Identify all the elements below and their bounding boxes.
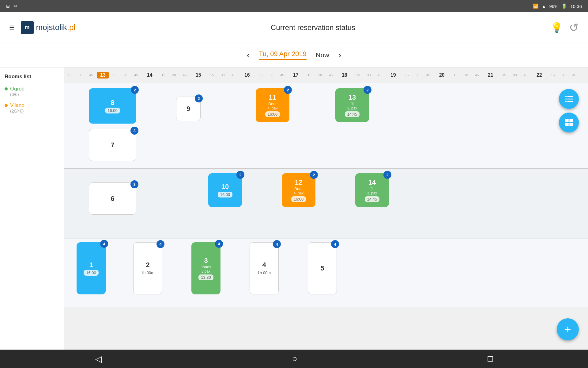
- battery-icon: 🔋: [561, 3, 567, 9]
- svg-rect-9: [569, 123, 573, 126]
- badge-7: 3: [130, 127, 138, 135]
- reservation-14[interactable]: 2 14 Jj 3. pax 14:45: [355, 173, 389, 207]
- timeline-wrapper: 15 30 45 13 15 30 45 14 15 30 45: [64, 67, 588, 350]
- badge-t5: 4: [331, 240, 339, 248]
- fab-container: [559, 83, 579, 132]
- tables-bottom-section: 4 1 16:00 4 2 1h 00m 4: [64, 239, 588, 307]
- svg-rect-1: [567, 96, 572, 97]
- res-time-t2: 1h 00m: [139, 270, 157, 276]
- now-button[interactable]: Now: [316, 51, 329, 59]
- fab-grid-button[interactable]: [559, 113, 579, 132]
- logo: m mojstolik.pl: [21, 21, 76, 34]
- scroll-area: 2 8 16:00 3 7 2 9: [64, 83, 588, 350]
- svg-rect-7: [569, 119, 573, 122]
- badge-t3: 4: [215, 240, 223, 248]
- reservation-8[interactable]: 2 8 16:00: [89, 88, 136, 124]
- res-num-9: 9: [187, 105, 190, 113]
- grid-status-icon: ⊞: [6, 4, 10, 9]
- ogrod-section: 2 8 16:00 3 7 2 9: [64, 83, 588, 169]
- res-name-13: Jj: [351, 102, 353, 106]
- table-4[interactable]: 4 4 1h 00m: [250, 242, 279, 294]
- res-time-t3: 13:30: [198, 274, 213, 280]
- status-bar: ⊞ ✉ 📶 ▲ 96% 🔋 10:36: [0, 0, 588, 12]
- hour-16-label: 16: [239, 72, 255, 78]
- res-num-t1: 1: [89, 261, 93, 269]
- vilano-section-upper: 3 6 2 10 16:00 2 12 Be: [64, 169, 588, 239]
- fab-list-button[interactable]: [559, 89, 579, 109]
- refresh-icon[interactable]: ↺: [569, 21, 579, 34]
- ogrod-capacity: (6/6): [10, 92, 24, 97]
- svg-rect-8: [565, 123, 569, 126]
- table-1[interactable]: 4 1 16:00: [77, 242, 106, 294]
- rooms-list-title: Rooms list: [5, 74, 59, 80]
- res-num-8: 8: [111, 99, 114, 107]
- page-title: Current reservation status: [271, 23, 355, 32]
- reservation-9[interactable]: 2 9: [176, 97, 201, 121]
- sidebar-item-ogrod[interactable]: Ogród (6/6): [5, 86, 59, 97]
- badge-6: 3: [130, 180, 138, 188]
- res-time-t4: 1h 00m: [255, 270, 273, 276]
- badge-10: 2: [236, 171, 244, 179]
- bottom-nav: ◁ ○ □: [0, 350, 588, 368]
- badge-9: 2: [195, 94, 203, 102]
- menu-button[interactable]: ≡: [9, 22, 15, 33]
- rooms-container: 2 8 16:00 3 7 2 9: [64, 83, 588, 350]
- reservation-10[interactable]: 2 10 16:00: [208, 173, 242, 207]
- lightbulb-icon[interactable]: 💡: [551, 22, 563, 33]
- prev-date-button[interactable]: ‹: [247, 50, 250, 60]
- svg-rect-6: [565, 119, 569, 122]
- recent-apps-button[interactable]: □: [488, 354, 493, 364]
- reservation-7[interactable]: 3 7: [89, 129, 136, 161]
- badge-14: 2: [383, 171, 391, 179]
- svg-rect-0: [565, 96, 567, 97]
- badge-13: 2: [364, 86, 371, 94]
- fab-add-button[interactable]: +: [557, 318, 579, 340]
- date-navigation: ‹ Tu, 09 Apr 2019 Now ›: [0, 43, 588, 67]
- res-num-10: 10: [221, 183, 229, 191]
- header-left: ≡ m mojstolik.pl: [9, 21, 75, 34]
- reservation-11[interactable]: 2 11 Bear 4. pax 16:00: [256, 88, 289, 122]
- table-5[interactable]: 4 5: [308, 242, 337, 294]
- badge-12: 2: [310, 171, 318, 179]
- reservation-13[interactable]: 2 13 Jj 3. pax 14:45: [335, 88, 369, 122]
- reservation-6[interactable]: 3 6: [89, 182, 136, 215]
- sub-30-13: 30: [75, 73, 86, 77]
- res-info-t3: 3 pax: [202, 269, 210, 274]
- table-3[interactable]: 4 3 Jones 3 pax 13:30: [191, 242, 221, 294]
- content-wrapper: Rooms list Ogród (6/6) Vilano (20/40): [0, 67, 588, 350]
- hour-18-label: 18: [337, 72, 352, 78]
- res-num-t2: 2: [146, 261, 149, 269]
- vilano-dot: [5, 104, 8, 107]
- header-right: 💡 ↺: [551, 21, 579, 34]
- status-bar-left: ⊞ ✉: [6, 4, 17, 9]
- next-date-button[interactable]: ›: [338, 50, 341, 60]
- res-num-t3: 3: [204, 257, 208, 265]
- res-name-t3: Jones: [201, 265, 211, 269]
- res-info-12: 4. pax: [294, 191, 304, 195]
- battery-level: 96%: [549, 4, 558, 9]
- hour-21-label: 21: [483, 72, 498, 78]
- sub-15-13: 15: [64, 73, 75, 77]
- table-2[interactable]: 4 2 1h 00m: [133, 242, 162, 294]
- back-button[interactable]: ◁: [95, 354, 102, 364]
- vilano-name: Vilano: [10, 102, 24, 109]
- fab-add-wrapper: +: [557, 318, 579, 340]
- res-num-t4: 4: [262, 261, 266, 269]
- badge-11: 2: [284, 86, 292, 94]
- reservation-12[interactable]: 2 12 Bear 4. pax 16:00: [282, 173, 315, 207]
- time-ruler: 15 30 45 13 15 30 45 14 15 30 45: [64, 67, 588, 83]
- vilano-capacity: (20/40): [10, 109, 24, 113]
- message-status-icon: ✉: [13, 4, 17, 9]
- res-time-14: 14:45: [365, 196, 380, 202]
- hour-22-label: 22: [532, 72, 547, 78]
- badge-t4: 4: [273, 240, 281, 248]
- res-name-12: Bear: [294, 186, 303, 191]
- res-time-10: 16:00: [218, 192, 233, 197]
- badge-8: 2: [131, 86, 139, 94]
- hour-17-label: 17: [288, 72, 303, 78]
- logo-domain: .pl: [67, 23, 75, 32]
- res-info-14: 3. pax: [367, 191, 377, 195]
- hour-15-label: 15: [191, 72, 206, 78]
- home-button[interactable]: ○: [292, 354, 297, 364]
- sidebar-item-vilano[interactable]: Vilano (20/40): [5, 102, 59, 113]
